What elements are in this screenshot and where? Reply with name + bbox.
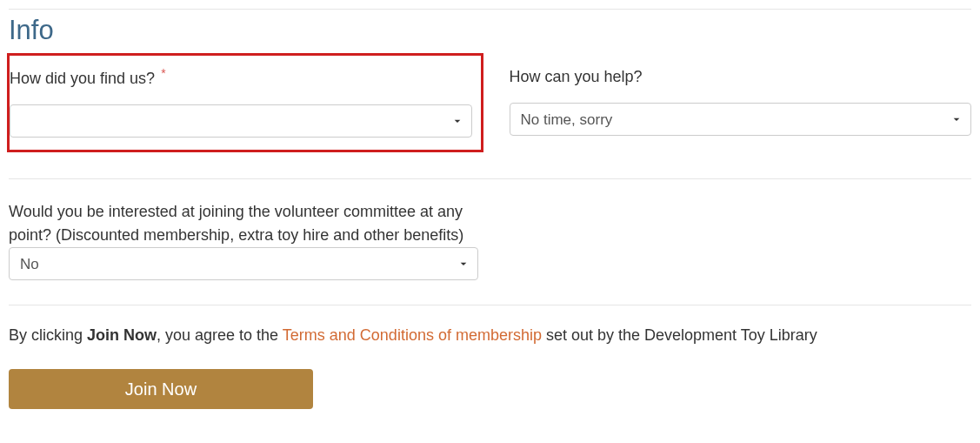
find-us-label: How did you find us? * [10,64,472,91]
find-us-label-text: How did you find us? [10,70,155,87]
agreement-suffix: set out by the Development Toy Library [542,326,817,344]
find-us-select[interactable] [10,104,472,138]
section-title: Info [9,15,971,46]
agreement-text: By clicking Join Now, you agree to the T… [9,305,971,345]
help-field-group: How can you help? No time, sorry [510,62,972,152]
help-select[interactable]: No time, sorry [510,103,972,136]
terms-link[interactable]: Terms and Conditions of membership [283,326,542,344]
find-us-field-group: How did you find us? * [7,53,483,152]
agreement-prefix: By clicking [9,326,87,344]
required-mark: * [161,66,165,80]
volunteer-label: Would you be interested at joining the v… [9,203,463,244]
volunteer-select[interactable]: No [9,247,478,280]
volunteer-field-group: Would you be interested at joining the v… [9,200,478,280]
agreement-bold: Join Now [87,326,157,344]
agreement-middle: , you agree to the [157,326,283,344]
divider [9,178,971,179]
help-label: How can you help? [510,65,972,89]
join-now-button[interactable]: Join Now [9,369,313,409]
